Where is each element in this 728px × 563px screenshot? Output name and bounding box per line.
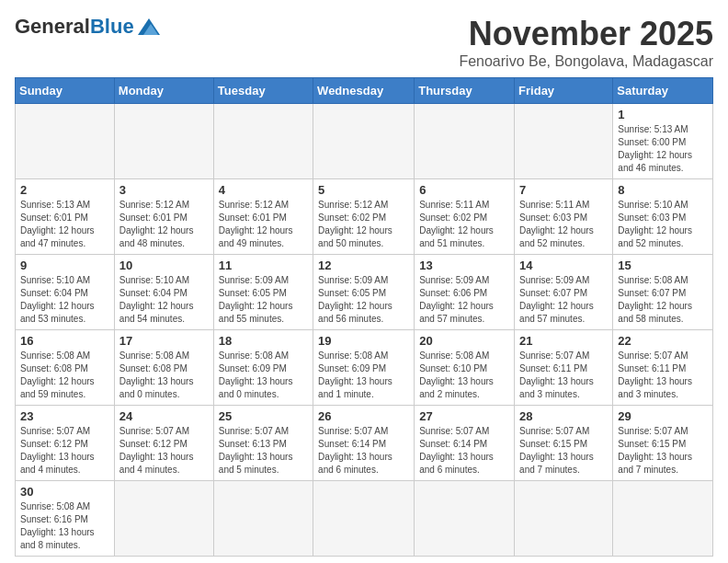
day-number: 28 xyxy=(519,409,608,423)
calendar-cell: 22Sunrise: 5:07 AM Sunset: 6:11 PM Dayli… xyxy=(613,330,713,406)
calendar-cell xyxy=(515,481,613,557)
day-info: Sunrise: 5:12 AM Sunset: 6:02 PM Dayligh… xyxy=(318,199,409,250)
calendar-cell: 2Sunrise: 5:13 AM Sunset: 6:01 PM Daylig… xyxy=(16,179,115,255)
day-number: 27 xyxy=(419,409,509,423)
week-row-2: 2Sunrise: 5:13 AM Sunset: 6:01 PM Daylig… xyxy=(16,179,713,255)
day-number: 10 xyxy=(119,259,209,272)
day-info: Sunrise: 5:09 AM Sunset: 6:05 PM Dayligh… xyxy=(318,274,409,326)
day-number: 17 xyxy=(119,334,209,348)
day-number: 25 xyxy=(219,409,308,423)
day-info: Sunrise: 5:07 AM Sunset: 6:11 PM Dayligh… xyxy=(519,350,608,401)
calendar-cell xyxy=(313,104,415,179)
month-title: November 2025 xyxy=(459,15,713,53)
calendar-cell: 9Sunrise: 5:10 AM Sunset: 6:04 PM Daylig… xyxy=(16,255,115,330)
day-info: Sunrise: 5:09 AM Sunset: 6:07 PM Dayligh… xyxy=(519,274,608,326)
day-info: Sunrise: 5:08 AM Sunset: 6:07 PM Dayligh… xyxy=(618,274,708,326)
calendar-cell: 24Sunrise: 5:07 AM Sunset: 6:12 PM Dayli… xyxy=(114,406,213,481)
day-info: Sunrise: 5:07 AM Sunset: 6:15 PM Dayligh… xyxy=(618,425,708,477)
week-row-4: 16Sunrise: 5:08 AM Sunset: 6:08 PM Dayli… xyxy=(16,330,713,406)
day-info: Sunrise: 5:07 AM Sunset: 6:12 PM Dayligh… xyxy=(119,425,209,477)
calendar-cell: 18Sunrise: 5:08 AM Sunset: 6:09 PM Dayli… xyxy=(213,330,313,406)
calendar-cell: 4Sunrise: 5:12 AM Sunset: 6:01 PM Daylig… xyxy=(213,179,313,255)
calendar-cell xyxy=(213,104,313,179)
day-info: Sunrise: 5:07 AM Sunset: 6:12 PM Dayligh… xyxy=(20,425,109,477)
logo: General Blue xyxy=(15,15,164,39)
calendar-cell: 10Sunrise: 5:10 AM Sunset: 6:04 PM Dayli… xyxy=(114,255,213,330)
page-header: General Blue November 2025 Fenoarivo Be,… xyxy=(15,15,713,70)
day-info: Sunrise: 5:08 AM Sunset: 6:09 PM Dayligh… xyxy=(318,350,409,401)
day-number: 9 xyxy=(20,259,109,272)
day-info: Sunrise: 5:11 AM Sunset: 6:02 PM Dayligh… xyxy=(419,199,509,250)
calendar-cell: 29Sunrise: 5:07 AM Sunset: 6:15 PM Dayli… xyxy=(613,406,713,481)
calendar-cell: 30Sunrise: 5:08 AM Sunset: 6:16 PM Dayli… xyxy=(16,481,115,557)
calendar-cell: 11Sunrise: 5:09 AM Sunset: 6:05 PM Dayli… xyxy=(213,255,313,330)
day-number: 5 xyxy=(318,183,409,197)
calendar-cell xyxy=(16,104,115,179)
day-number: 1 xyxy=(618,108,708,121)
calendar-cell: 16Sunrise: 5:08 AM Sunset: 6:08 PM Dayli… xyxy=(16,330,115,406)
calendar-header-row: SundayMondayTuesdayWednesdayThursdayFrid… xyxy=(16,78,713,104)
calendar-cell: 28Sunrise: 5:07 AM Sunset: 6:15 PM Dayli… xyxy=(515,406,613,481)
calendar-cell: 17Sunrise: 5:08 AM Sunset: 6:08 PM Dayli… xyxy=(114,330,213,406)
calendar-cell: 12Sunrise: 5:09 AM Sunset: 6:05 PM Dayli… xyxy=(313,255,415,330)
calendar-cell: 19Sunrise: 5:08 AM Sunset: 6:09 PM Dayli… xyxy=(313,330,415,406)
day-number: 7 xyxy=(519,183,608,197)
day-info: Sunrise: 5:08 AM Sunset: 6:10 PM Dayligh… xyxy=(419,350,509,401)
calendar-cell: 3Sunrise: 5:12 AM Sunset: 6:01 PM Daylig… xyxy=(114,179,213,255)
day-number: 8 xyxy=(618,183,708,197)
calendar-cell xyxy=(114,104,213,179)
calendar-cell xyxy=(415,481,515,557)
day-number: 18 xyxy=(219,334,308,348)
calendar-cell: 7Sunrise: 5:11 AM Sunset: 6:03 PM Daylig… xyxy=(515,179,613,255)
day-info: Sunrise: 5:08 AM Sunset: 6:09 PM Dayligh… xyxy=(219,350,308,401)
calendar-cell: 5Sunrise: 5:12 AM Sunset: 6:02 PM Daylig… xyxy=(313,179,415,255)
day-number: 4 xyxy=(219,183,308,197)
day-number: 26 xyxy=(318,409,409,423)
day-number: 21 xyxy=(519,334,608,348)
day-number: 23 xyxy=(20,409,109,423)
day-header-thursday: Thursday xyxy=(415,78,515,104)
calendar-cell: 23Sunrise: 5:07 AM Sunset: 6:12 PM Dayli… xyxy=(16,406,115,481)
week-row-1: 1Sunrise: 5:13 AM Sunset: 6:00 PM Daylig… xyxy=(16,104,713,179)
week-row-3: 9Sunrise: 5:10 AM Sunset: 6:04 PM Daylig… xyxy=(16,255,713,330)
day-info: Sunrise: 5:10 AM Sunset: 6:04 PM Dayligh… xyxy=(20,274,109,326)
day-number: 16 xyxy=(20,334,109,348)
day-info: Sunrise: 5:11 AM Sunset: 6:03 PM Dayligh… xyxy=(519,199,608,250)
day-info: Sunrise: 5:12 AM Sunset: 6:01 PM Dayligh… xyxy=(119,199,209,250)
day-header-wednesday: Wednesday xyxy=(313,78,415,104)
day-info: Sunrise: 5:12 AM Sunset: 6:01 PM Dayligh… xyxy=(219,199,308,250)
calendar-cell xyxy=(213,481,313,557)
day-info: Sunrise: 5:09 AM Sunset: 6:05 PM Dayligh… xyxy=(219,274,308,326)
day-number: 24 xyxy=(119,409,209,423)
day-info: Sunrise: 5:08 AM Sunset: 6:16 PM Dayligh… xyxy=(20,500,109,552)
day-info: Sunrise: 5:13 AM Sunset: 6:01 PM Dayligh… xyxy=(20,199,109,250)
day-number: 20 xyxy=(419,334,509,348)
week-row-5: 23Sunrise: 5:07 AM Sunset: 6:12 PM Dayli… xyxy=(16,406,713,481)
day-info: Sunrise: 5:09 AM Sunset: 6:06 PM Dayligh… xyxy=(419,274,509,326)
calendar-cell: 6Sunrise: 5:11 AM Sunset: 6:02 PM Daylig… xyxy=(415,179,515,255)
day-header-tuesday: Tuesday xyxy=(213,78,313,104)
calendar-cell xyxy=(515,104,613,179)
calendar-cell xyxy=(313,481,415,557)
day-info: Sunrise: 5:08 AM Sunset: 6:08 PM Dayligh… xyxy=(20,350,109,401)
title-block: November 2025 Fenoarivo Be, Bongolava, M… xyxy=(459,15,713,70)
calendar-cell: 20Sunrise: 5:08 AM Sunset: 6:10 PM Dayli… xyxy=(415,330,515,406)
day-info: Sunrise: 5:10 AM Sunset: 6:04 PM Dayligh… xyxy=(119,274,209,326)
day-header-sunday: Sunday xyxy=(16,78,115,104)
day-header-saturday: Saturday xyxy=(613,78,713,104)
calendar-cell: 21Sunrise: 5:07 AM Sunset: 6:11 PM Dayli… xyxy=(515,330,613,406)
logo-icon xyxy=(134,17,164,37)
day-number: 3 xyxy=(119,183,209,197)
week-row-6: 30Sunrise: 5:08 AM Sunset: 6:16 PM Dayli… xyxy=(16,481,713,557)
day-number: 13 xyxy=(419,259,509,272)
day-number: 2 xyxy=(20,183,109,197)
day-info: Sunrise: 5:07 AM Sunset: 6:15 PM Dayligh… xyxy=(519,425,608,477)
calendar-cell: 14Sunrise: 5:09 AM Sunset: 6:07 PM Dayli… xyxy=(515,255,613,330)
day-info: Sunrise: 5:07 AM Sunset: 6:14 PM Dayligh… xyxy=(318,425,409,477)
calendar-cell xyxy=(114,481,213,557)
calendar-cell: 13Sunrise: 5:09 AM Sunset: 6:06 PM Dayli… xyxy=(415,255,515,330)
day-number: 11 xyxy=(219,259,308,272)
day-info: Sunrise: 5:07 AM Sunset: 6:13 PM Dayligh… xyxy=(219,425,308,477)
day-info: Sunrise: 5:07 AM Sunset: 6:14 PM Dayligh… xyxy=(419,425,509,477)
calendar-cell xyxy=(613,481,713,557)
